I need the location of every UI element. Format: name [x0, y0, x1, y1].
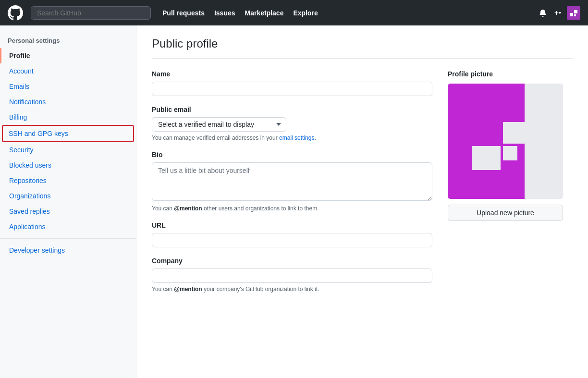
nav-marketplace[interactable]: Marketplace	[245, 9, 284, 17]
email-select[interactable]: Select a verified email to display	[152, 117, 286, 132]
svg-rect-12	[472, 146, 501, 170]
github-logo-icon[interactable]	[8, 5, 23, 21]
svg-rect-1	[570, 13, 573, 16]
nav-pull-requests[interactable]: Pull requests	[162, 9, 205, 17]
sidebar-item-applications[interactable]: Applications	[0, 219, 136, 234]
email-settings-link[interactable]: email settings.	[279, 134, 316, 141]
sidebar-item-repositories[interactable]: Repositories	[0, 173, 136, 188]
sidebar-item-billing[interactable]: Billing	[0, 110, 136, 125]
page-title: Public profile	[152, 37, 573, 59]
svg-rect-0	[567, 6, 580, 20]
name-label: Name	[152, 70, 432, 78]
profile-picture-image	[448, 84, 563, 199]
sidebar-item-developer-settings[interactable]: Developer settings	[0, 243, 136, 258]
page-wrapper: Personal settings Profile Account Emails…	[0, 25, 588, 378]
company-label: Company	[152, 257, 432, 265]
sidebar: Personal settings Profile Account Emails…	[0, 25, 136, 378]
sidebar-heading: Personal settings	[0, 33, 136, 48]
svg-rect-14	[503, 146, 517, 160]
svg-rect-2	[574, 10, 577, 13]
sidebar-item-blocked-users[interactable]: Blocked users	[0, 158, 136, 173]
upload-picture-button[interactable]: Upload new picture	[448, 205, 563, 221]
sidebar-item-account[interactable]: Account	[0, 63, 136, 79]
svg-rect-15	[525, 84, 563, 199]
main-nav: Pull requests Issues Marketplace Explore	[162, 9, 318, 17]
bio-group: Bio You can @mention other users and org…	[152, 151, 432, 212]
public-email-group: Public email Select a verified email to …	[152, 106, 432, 141]
sidebar-item-profile[interactable]: Profile	[0, 48, 136, 63]
email-hint: You can manage verified email addresses …	[152, 134, 432, 141]
form-section: Name Public email Select a verified emai…	[152, 70, 432, 302]
site-header: Pull requests Issues Marketplace Explore…	[0, 0, 588, 25]
avatar[interactable]	[567, 6, 580, 20]
notifications-button[interactable]	[537, 7, 549, 19]
sidebar-item-emails[interactable]: Emails	[0, 79, 136, 94]
company-group: Company You can @mention your company's …	[152, 257, 432, 293]
svg-rect-3	[574, 14, 576, 16]
content-layout: Name Public email Select a verified emai…	[152, 70, 573, 302]
search-input[interactable]	[31, 6, 151, 20]
bio-label: Bio	[152, 151, 432, 159]
name-group: Name	[152, 70, 432, 96]
nav-explore[interactable]: Explore	[293, 9, 318, 17]
profile-picture-section: Profile picture	[448, 70, 573, 302]
header-actions: +▾	[537, 6, 580, 20]
sidebar-item-saved-replies[interactable]: Saved replies	[0, 204, 136, 219]
company-mention: @mention	[174, 286, 202, 293]
url-group: URL	[152, 221, 432, 247]
nav-issues[interactable]: Issues	[214, 9, 235, 17]
bio-hint: You can @mention other users and organiz…	[152, 205, 432, 212]
public-email-label: Public email	[152, 106, 432, 113]
bio-textarea[interactable]	[152, 162, 432, 201]
sidebar-item-security[interactable]: Security	[0, 142, 136, 158]
url-input[interactable]	[152, 233, 432, 247]
main-content: Public profile Name Public email Select …	[136, 25, 588, 378]
url-label: URL	[152, 221, 432, 229]
name-input[interactable]	[152, 82, 432, 96]
sidebar-item-notifications[interactable]: Notifications	[0, 94, 136, 110]
bio-mention: @mention	[174, 205, 202, 212]
svg-rect-13	[503, 122, 525, 144]
company-hint: You can @mention your company's GitHub o…	[152, 286, 432, 293]
profile-picture-label: Profile picture	[448, 70, 573, 78]
sidebar-item-organizations[interactable]: Organizations	[0, 188, 136, 204]
sidebar-item-ssh-gpg-keys[interactable]: SSH and GPG keys	[2, 125, 134, 142]
add-button[interactable]: +▾	[552, 7, 563, 19]
company-input[interactable]	[152, 268, 432, 283]
